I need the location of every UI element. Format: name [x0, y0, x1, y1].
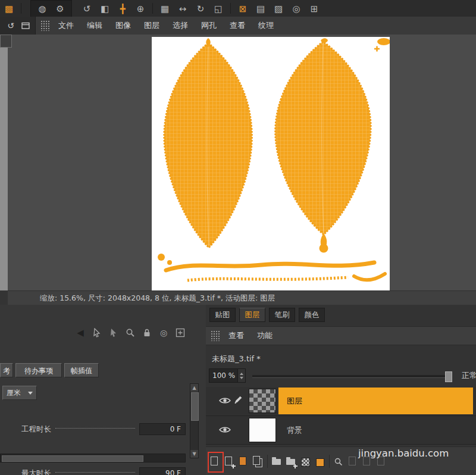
menu-view[interactable]: 查看 — [223, 17, 252, 35]
uv-mesh-image[interactable] — [152, 37, 390, 290]
rotate-icon[interactable]: ↻ — [193, 1, 208, 16]
tab-reference[interactable]: 考 — [0, 363, 13, 377]
checker-icon[interactable]: ▨ — [271, 1, 286, 16]
add-box-icon[interactable]: ⊞ — [307, 1, 321, 16]
gear-icon[interactable]: ⚙ — [53, 1, 67, 16]
duplicate-layer-button[interactable] — [253, 455, 263, 467]
layers-list: 图层 背景 — [206, 387, 476, 445]
shading-sphere-icon[interactable]: ◍ — [35, 1, 49, 16]
menu-select[interactable]: 选择 — [166, 17, 195, 35]
mirror-icon[interactable]: ◧ — [98, 1, 112, 16]
layer-mask-button[interactable] — [300, 455, 311, 467]
record-target-icon[interactable]: ◎ — [158, 327, 169, 338]
add-layer-button[interactable] — [224, 455, 234, 467]
project-length-value[interactable]: 0 F — [139, 423, 186, 435]
actions-separator — [267, 455, 268, 468]
new-folder-plus-button[interactable] — [286, 455, 296, 467]
adjustment-layer-button[interactable] — [315, 455, 325, 467]
select-box-icon[interactable]: ⊠ — [236, 1, 250, 16]
left-scroll-strip[interactable] — [0, 35, 8, 290]
layer-row-selected[interactable]: 图层 — [206, 387, 476, 416]
duplicate-layer-icon — [253, 456, 260, 465]
toolbar-separator — [230, 3, 231, 14]
scroll-down-icon[interactable]: ▼ — [190, 450, 198, 458]
stepper-arrows[interactable] — [237, 369, 245, 382]
fill-layer-button[interactable] — [239, 455, 249, 467]
canvas-corner-tab[interactable] — [0, 35, 12, 48]
blend-mode-dropdown[interactable]: 正常 — [462, 370, 476, 381]
project-length-row: 工程时长 0 F — [0, 423, 186, 436]
tab-layers[interactable]: 图层 — [239, 308, 265, 322]
tab-brush[interactable]: 笔刷 — [269, 308, 295, 322]
drag-grip-icon[interactable] — [211, 330, 220, 341]
status-text: 缩放: 15.6%, 尺寸: 2048x2048, 8 位, 未标题_3.tif… — [40, 293, 275, 302]
vertical-scrollbar[interactable]: ▲ ▼ — [190, 383, 199, 458]
hidden-action-button[interactable] — [348, 455, 358, 467]
new-layer-button[interactable] — [210, 455, 220, 467]
layer-thumbnail[interactable] — [249, 418, 276, 442]
search-layer-button[interactable] — [334, 455, 344, 467]
layer-row-background[interactable]: 背景 — [206, 416, 476, 445]
visibility-eye-icon[interactable] — [219, 425, 231, 433]
undo-icon[interactable]: ↺ — [80, 1, 94, 16]
opacity-stepper[interactable]: 100 % — [209, 368, 246, 383]
material-icon[interactable]: ▩ — [2, 1, 16, 16]
step-back-icon[interactable]: ◀ — [75, 327, 86, 338]
watermark: jingyan.baidu.com — [358, 448, 449, 459]
magnifier-icon[interactable] — [125, 327, 136, 338]
layers-panel-tabs: 贴图 图层 笔刷 颜色 — [209, 308, 325, 323]
tab-todo[interactable]: 待办事项 — [15, 363, 62, 377]
project-length-label: 工程时长 — [21, 424, 51, 435]
unit-dropdown[interactable]: 厘米 — [2, 386, 37, 400]
new-folder-button[interactable] — [272, 455, 282, 467]
spin-down-icon[interactable] — [240, 377, 243, 379]
menubar: 文件 编辑 图像 图层 选择 网孔 查看 纹理 — [36, 17, 476, 35]
visibility-eye-icon[interactable] — [219, 396, 231, 404]
grid-icon[interactable]: ▦ — [158, 1, 172, 16]
tab-color[interactable]: 颜色 — [299, 308, 325, 322]
cursor-filled-icon[interactable] — [108, 327, 119, 338]
move-icon[interactable]: ↔ — [176, 1, 190, 16]
menu-view[interactable]: 查看 — [222, 327, 250, 345]
viewport-controls: ↺ — [0, 17, 36, 35]
scrollbar-thumb[interactable] — [191, 392, 199, 421]
scale-icon[interactable]: ◱ — [211, 1, 226, 16]
layer-name[interactable]: 图层 — [278, 388, 473, 414]
menu-function[interactable]: 功能 — [250, 327, 279, 345]
axis-icon[interactable]: ╋ — [115, 1, 130, 16]
scroll-up-icon[interactable]: ▲ — [190, 384, 198, 392]
layer-mask-icon — [301, 458, 310, 467]
target-icon[interactable]: ◎ — [289, 1, 303, 16]
window-icon[interactable] — [20, 20, 31, 31]
edit-pencil-icon[interactable] — [233, 395, 243, 405]
menu-image[interactable]: 图像 — [109, 17, 137, 35]
menu-mesh[interactable]: 网孔 — [195, 17, 223, 35]
layer-name[interactable]: 背景 — [287, 416, 302, 444]
chevron-down-icon — [28, 392, 33, 395]
tab-frame-interpolation[interactable]: 帧插值 — [64, 363, 99, 377]
texture-canvas[interactable] — [8, 35, 476, 290]
lock-icon[interactable] — [142, 327, 152, 338]
spin-up-icon[interactable] — [240, 373, 243, 375]
horizontal-scrollbar[interactable] — [0, 454, 186, 462]
snap-icon[interactable]: ⊕ — [133, 1, 148, 16]
ghost-icon — [349, 457, 356, 465]
add-keyframe-icon[interactable] — [175, 327, 186, 338]
menu-file[interactable]: 文件 — [52, 17, 80, 35]
layers-grid-icon[interactable]: ▤ — [253, 1, 268, 16]
scrollbar-thumb[interactable] — [2, 455, 143, 462]
menu-edit[interactable]: 编辑 — [80, 17, 109, 35]
actions-separator — [329, 455, 330, 468]
refresh-icon[interactable]: ↺ — [5, 20, 16, 31]
timeline-tabs: 考 待办事项 帧插值 — [0, 363, 99, 379]
menu-texture[interactable]: 纹理 — [252, 17, 280, 35]
drag-grip-icon[interactable] — [40, 20, 49, 31]
toolbar-separator — [21, 3, 21, 14]
slider-handle[interactable] — [445, 371, 452, 382]
max-length-value[interactable]: 90 F — [139, 467, 186, 475]
cursor-outline-icon[interactable] — [92, 327, 102, 338]
menu-layer[interactable]: 图层 — [137, 17, 166, 35]
layer-thumbnail[interactable] — [249, 389, 276, 413]
opacity-slider[interactable] — [252, 375, 450, 377]
tab-texture-map[interactable]: 贴图 — [209, 308, 236, 322]
